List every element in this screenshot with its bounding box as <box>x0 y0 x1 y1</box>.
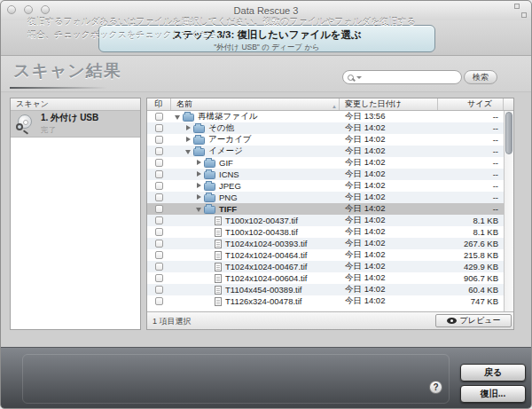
help-button[interactable]: ? <box>429 381 442 394</box>
minimize-button[interactable] <box>24 5 33 14</box>
table-row[interactable]: T1024x1024-00464.tif 今日 14:02 215.8 KB <box>147 249 504 261</box>
table-row[interactable]: T1024x1024-00467.tif 今日 14:02 429.9 KB <box>147 261 504 272</box>
table-row[interactable]: PNG 今日 14:02 -- <box>147 192 504 203</box>
file-icon <box>215 263 222 271</box>
search-field[interactable] <box>342 70 462 84</box>
item-name: T1024x1024-00464.tif <box>225 250 307 260</box>
disclosure-triangle-icon[interactable] <box>194 170 204 178</box>
row-checkbox[interactable] <box>155 240 163 248</box>
table-row[interactable]: イメージ 今日 14:02 -- <box>147 146 504 157</box>
disclosure-triangle-icon[interactable] <box>194 193 204 201</box>
table-row[interactable]: T100x102-00438.tif 今日 14:02 8.1 KB <box>147 226 504 238</box>
column-header-size[interactable]: サイズ <box>438 98 504 110</box>
row-checkbox[interactable] <box>155 124 163 132</box>
instructions-text: 復旧するフォルダあるいはファイルを選択してください。複数のファイルやフォルダを復… <box>27 15 419 42</box>
disclosure-triangle-icon <box>205 297 215 305</box>
row-checkbox[interactable] <box>155 136 163 144</box>
disclosure-triangle-icon <box>205 274 215 282</box>
disclosure-triangle-icon <box>205 263 215 271</box>
disclosure-triangle-icon[interactable] <box>184 136 193 144</box>
table-status-bar: 1 項目選択 プレビュー <box>147 311 513 329</box>
folder-icon <box>204 183 215 191</box>
item-size: -- <box>438 204 504 214</box>
table-row[interactable]: T1104x454-00389.tif 今日 14:02 60.4 KB <box>147 284 504 295</box>
item-name: T1126x324-00478.tif <box>225 296 301 306</box>
table-row[interactable]: T1024x1024-00604.tif 今日 14:02 906.7 KB <box>147 272 504 284</box>
disclosure-triangle-icon[interactable] <box>194 205 204 213</box>
table-row[interactable]: TIFF 今日 14:02 -- <box>147 203 504 215</box>
row-checkbox[interactable] <box>155 147 163 155</box>
item-name: T1104x454-00389.tif <box>225 285 301 295</box>
folder-icon <box>204 160 215 168</box>
table-row[interactable]: JPEG 今日 14:02 -- <box>147 180 504 192</box>
sidebar-item-scan[interactable]: 1. 外付け USB 完了 <box>11 111 140 138</box>
back-button[interactable]: 戻る <box>460 364 526 381</box>
row-checkbox[interactable] <box>155 205 163 213</box>
folder-icon <box>193 148 205 156</box>
item-size: 747 KB <box>438 296 504 306</box>
row-checkbox[interactable] <box>155 170 163 178</box>
table-row[interactable]: ICNS 今日 14:02 -- <box>147 169 504 180</box>
item-size: -- <box>438 169 504 179</box>
item-size: -- <box>438 123 504 133</box>
row-checkbox[interactable] <box>155 286 163 294</box>
table-row[interactable]: 再構築ファイル 今日 13:56 -- <box>147 111 504 122</box>
close-button[interactable] <box>7 5 16 14</box>
file-table: 印 名前 ▲ 変更した日付け サイズ 再構築ファイル 今日 13:56 -- <box>146 98 514 330</box>
disclosure-triangle-icon <box>205 240 215 248</box>
item-size: 8.1 KB <box>438 216 504 225</box>
table-row[interactable]: GIF 今日 14:02 -- <box>147 157 504 169</box>
item-name: T1024x1024-00393.tif <box>225 239 307 248</box>
file-icon <box>215 216 222 225</box>
search-button[interactable]: 検索 <box>464 70 497 84</box>
file-icon <box>215 274 222 283</box>
item-name: T100x102-00437.tif <box>225 216 298 225</box>
item-size: 429.9 KB <box>438 262 504 271</box>
row-checkbox[interactable] <box>155 274 163 282</box>
table-row[interactable]: アーカイブ 今日 14:02 -- <box>147 134 504 146</box>
row-checkbox[interactable] <box>155 113 163 121</box>
folder-icon <box>193 137 205 145</box>
table-row[interactable]: その他 今日 14:02 -- <box>147 122 504 134</box>
sidebar-header: スキャン <box>11 98 140 111</box>
toolbar-toggle-icon[interactable] <box>514 4 527 18</box>
zoom-button[interactable] <box>41 5 50 14</box>
preview-button[interactable]: プレビュー <box>435 314 512 327</box>
recover-button[interactable]: 復旧... <box>460 385 526 403</box>
item-name: T1024x1024-00604.tif <box>225 273 307 283</box>
vertical-scrollbar[interactable] <box>504 111 513 311</box>
folder-icon <box>193 125 205 133</box>
row-checkbox[interactable] <box>155 263 163 271</box>
item-size: -- <box>438 112 504 122</box>
item-size: 215.8 KB <box>438 250 504 260</box>
item-date: 今日 14:02 <box>340 272 438 284</box>
selection-count: 1 項目選択 <box>153 316 192 327</box>
disclosure-triangle-icon[interactable] <box>184 147 193 155</box>
row-checkbox[interactable] <box>155 228 163 236</box>
item-name: GIF <box>219 158 233 168</box>
disclosure-triangle-icon <box>205 286 215 294</box>
row-checkbox[interactable] <box>155 216 163 224</box>
item-name: その他 <box>208 122 234 134</box>
disclosure-triangle-icon[interactable] <box>194 159 204 167</box>
row-checkbox[interactable] <box>155 182 163 190</box>
row-checkbox[interactable] <box>155 193 163 201</box>
table-row[interactable]: T100x102-00437.tif 今日 14:02 8.1 KB <box>147 215 504 226</box>
disclosure-triangle-icon[interactable] <box>194 182 204 190</box>
scrollbar-thumb[interactable] <box>505 112 512 154</box>
disclosure-triangle-icon[interactable] <box>173 113 183 121</box>
disclosure-triangle-icon[interactable] <box>184 124 193 132</box>
column-header-name[interactable]: 名前 ▲ <box>171 98 340 110</box>
scan-sidebar: スキャン 1. 外付け USB 完了 <box>10 98 141 330</box>
section-header: スキャン結果 検索 <box>1 56 531 91</box>
row-checkbox[interactable] <box>155 159 163 167</box>
item-date: 今日 14:02 <box>340 295 438 307</box>
table-row[interactable]: T1024x1024-00393.tif 今日 14:02 267.6 KB <box>147 238 504 249</box>
search-input[interactable] <box>362 72 461 83</box>
disclosure-triangle-icon <box>205 216 215 224</box>
row-checkbox[interactable] <box>155 251 163 259</box>
column-header-date[interactable]: 変更した日付け <box>340 98 438 110</box>
table-row[interactable]: T1126x324-00478.tif 今日 14:02 747 KB <box>147 295 504 307</box>
column-header-mark[interactable]: 印 <box>147 98 171 110</box>
row-checkbox[interactable] <box>155 297 163 305</box>
